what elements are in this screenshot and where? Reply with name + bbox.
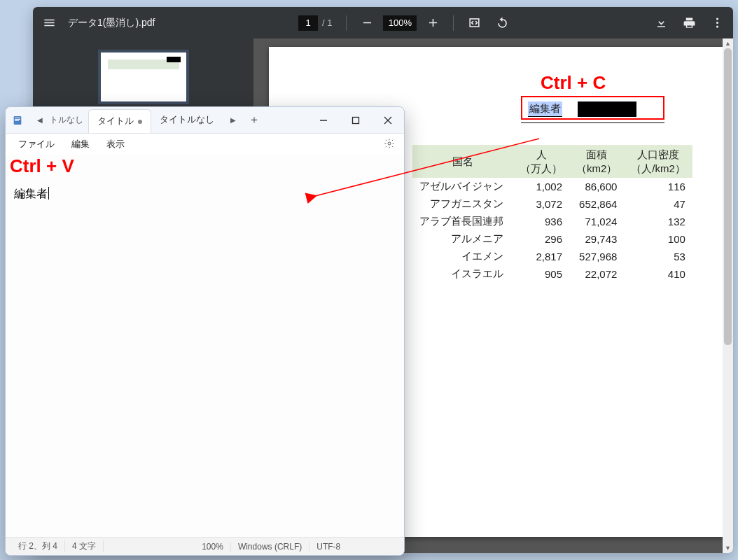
settings-gear-icon[interactable] [379,138,400,151]
pdf-data-table: 国名 人（万人） 面積（km2） 人口密度（人/km2） アゼルバイジャン1,0… [412,145,692,283]
pdf-vertical-scrollbar[interactable]: ▲ ▼ [723,38,733,553]
editor-statusbar: 行 2、列 4 4 文字 100% Windows (CRLF) UTF-8 [6,537,404,555]
th-pop: 人（万人） [513,145,569,178]
menu-view[interactable]: 表示 [98,135,133,153]
editor-menubar: ファイル 編集 表示 [6,134,404,155]
unsaved-dot-icon [138,120,142,124]
table-row: イエメン2,817527,96853 [412,248,692,265]
editor-content-line: 編集者 [14,187,49,202]
minimize-button[interactable] [307,107,340,133]
editor-text-area[interactable]: Ctrl + V 編集者 [6,155,404,537]
svg-rect-7 [15,119,20,120]
page-indicator: / 1 [298,15,332,31]
scroll-down-icon[interactable]: ▼ [723,543,733,553]
svg-point-2 [716,18,718,20]
status-position: 行 2、列 4 [11,540,65,552]
table-row: アルメニア29629,743100 [412,230,692,248]
table-row: アゼルバイジャン1,00286,600116 [412,178,692,195]
hamburger-menu-icon[interactable] [37,11,61,35]
table-row: アフガニスタン3,072652,86447 [412,195,692,213]
zoom-in-icon[interactable] [421,11,445,35]
cell-area: 29,743 [569,230,624,248]
svg-rect-8 [15,120,19,121]
cell-area: 71,024 [569,213,624,230]
status-eol: Windows (CRLF) [231,542,309,552]
pdf-toolbar: データ1(墨消し).pdf / 1 [33,7,733,38]
cell-pop: 2,817 [513,248,569,265]
new-tab-button[interactable]: ＋ [244,107,265,133]
maximize-button[interactable] [340,107,372,133]
editor-titlebar: ◀ トルなし タイトル タイトルなし ▶ ＋ [6,107,404,134]
svg-rect-6 [15,118,20,118]
cell-pop: 905 [513,265,569,283]
zoom-input[interactable] [383,15,417,31]
cell-country: イスラエル [412,265,513,283]
menu-edit[interactable]: 編集 [63,135,98,153]
status-encoding: UTF-8 [309,542,347,552]
svg-rect-0 [363,22,371,24]
th-density: 人口密度（人/km2） [624,145,692,178]
menu-file[interactable]: ファイル [10,135,63,153]
cell-pop: 3,072 [513,195,569,213]
tab-navigation: ◀ トルなし [29,107,88,133]
print-icon[interactable] [677,11,701,35]
cell-density: 116 [624,178,692,195]
pdf-filename: データ1(墨消し).pdf [65,17,158,29]
cell-country: イエメン [412,248,513,265]
svg-point-4 [716,25,718,27]
cell-density: 47 [624,195,692,213]
cell-pop: 1,002 [513,178,569,195]
tab-active[interactable]: タイトル [88,109,151,133]
notepad-app-icon [6,107,29,133]
cell-country: アルメニア [412,230,513,248]
svg-point-3 [716,22,718,24]
table-row: アラブ首長国連邦93671,024132 [412,213,692,230]
redacted-block [578,102,636,117]
cell-area: 86,600 [569,178,624,195]
scrollbar-thumb[interactable] [724,48,732,345]
cell-country: アゼルバイジャン [412,178,513,195]
text-editor-window: ◀ トルなし タイトル タイトルなし ▶ ＋ ファイル 編集 表示 [5,106,405,556]
cell-country: アフガニスタン [412,195,513,213]
page-total: / 1 [322,18,332,28]
cell-area: 652,864 [569,195,624,213]
editor-field-box[interactable]: 編集者 [521,96,664,120]
tab-prev-icon[interactable]: ◀ [32,111,48,130]
table-row: イスラエル90522,072410 [412,265,692,283]
editor-field-label: 編集者 [528,102,562,117]
text-caret-icon [48,187,49,200]
cell-country: アラブ首長国連邦 [412,213,513,230]
page-number-input[interactable] [298,15,318,31]
tab-inactive[interactable]: タイトルなし [151,107,223,133]
tab-active-label: タイトル [97,115,134,127]
cell-pop: 296 [513,230,569,248]
paste-annotation: Ctrl + V [10,155,74,177]
download-icon[interactable] [649,11,673,35]
th-country: 国名 [412,145,513,178]
copy-annotation: Ctrl + C [541,72,606,94]
more-vert-icon[interactable] [705,11,729,35]
cell-density: 132 [624,213,692,230]
scroll-up-icon[interactable]: ▲ [723,38,733,48]
cell-area: 22,072 [569,265,624,283]
tab-prev-label: トルなし [48,114,85,126]
cell-density: 410 [624,265,692,283]
cell-density: 100 [624,230,692,248]
svg-rect-10 [353,117,359,123]
pdf-thumbnail-1[interactable] [101,52,186,102]
status-zoom: 100% [195,542,231,552]
rotate-icon[interactable] [490,11,514,35]
cell-pop: 936 [513,213,569,230]
zoom-out-icon[interactable] [355,11,379,35]
close-button[interactable] [372,107,404,133]
cell-area: 527,968 [569,248,624,265]
status-charcount: 4 文字 [65,540,104,552]
fit-page-icon[interactable] [462,11,486,35]
tab-inactive-label: タイトルなし [160,114,214,126]
tab-next-icon[interactable]: ▶ [225,111,241,130]
cell-density: 53 [624,248,692,265]
svg-point-13 [388,142,391,145]
th-area: 面積（km2） [569,145,624,178]
